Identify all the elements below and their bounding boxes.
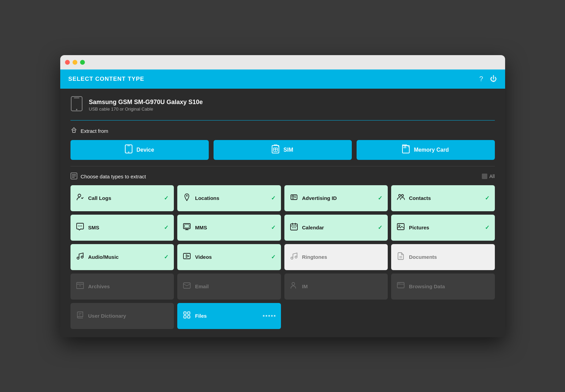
- card-im[interactable]: IM: [284, 274, 388, 300]
- svg-rect-62: [184, 316, 186, 318]
- svg-point-39: [295, 227, 295, 228]
- files-icon: [183, 311, 191, 321]
- sms-check: ✓: [164, 224, 168, 231]
- memory-card-btn-icon: [402, 144, 410, 155]
- close-button[interactable]: [65, 60, 70, 65]
- pictures-check: ✓: [485, 224, 489, 231]
- device-btn-icon: [125, 144, 132, 155]
- card-documents[interactable]: Documents: [391, 244, 495, 270]
- card-archives[interactable]: Archives: [70, 274, 174, 300]
- card-calendar[interactable]: Calendar ✓: [284, 215, 388, 241]
- sim-btn-label: SIM: [283, 147, 293, 153]
- choose-header: Choose data types to extract All: [70, 173, 495, 180]
- card-sms[interactable]: SMS ✓: [70, 215, 174, 241]
- svg-point-57: [399, 283, 400, 283]
- card-pictures[interactable]: Pictures ✓: [391, 215, 495, 241]
- email-icon: [183, 281, 191, 292]
- files-loading: [263, 315, 275, 317]
- card-contacts[interactable]: Contacts ✓: [391, 185, 495, 211]
- extract-label: Extract from: [81, 128, 108, 134]
- svg-point-28: [78, 225, 79, 226]
- svg-rect-21: [291, 195, 297, 200]
- advertising-id-label: Advertising ID: [302, 195, 374, 201]
- card-email[interactable]: Email: [177, 274, 281, 300]
- videos-icon: [183, 252, 191, 262]
- page-title: SELECT CONTENT TYPE: [68, 76, 144, 83]
- im-icon: [290, 281, 298, 292]
- all-checkbox[interactable]: All: [482, 174, 495, 179]
- main-window: SELECT CONTENT TYPE ? ⏻ Samsung GSM SM-G…: [60, 55, 505, 337]
- locations-icon: [183, 193, 191, 203]
- extract-icon: [70, 127, 77, 135]
- svg-point-43: [81, 256, 83, 258]
- svg-point-20: [186, 195, 188, 197]
- pictures-icon: [397, 223, 405, 233]
- choose-icon: [70, 173, 77, 180]
- device-button[interactable]: Device: [70, 140, 209, 160]
- power-icon[interactable]: ⏻: [490, 75, 497, 83]
- audio-music-icon: [76, 252, 84, 262]
- svg-rect-63: [188, 316, 190, 318]
- title-bar: [60, 55, 505, 69]
- mms-check: ✓: [271, 224, 275, 231]
- svg-rect-1: [74, 98, 79, 98]
- choose-text: Choose data types to extract: [81, 174, 146, 179]
- svg-point-38: [293, 227, 294, 228]
- svg-point-26: [399, 194, 401, 197]
- documents-label: Documents: [409, 254, 489, 260]
- svg-rect-60: [184, 312, 186, 314]
- svg-point-2: [76, 109, 77, 110]
- ringtones-label: Ringtones: [302, 254, 383, 260]
- locations-label: Locations: [195, 195, 267, 201]
- card-locations[interactable]: Locations ✓: [177, 185, 281, 211]
- advertising-id-check: ✓: [378, 195, 382, 201]
- email-label: Email: [195, 283, 275, 289]
- extract-buttons: Device SIM: [70, 140, 495, 160]
- svg-point-37: [292, 227, 293, 228]
- memory-card-button[interactable]: Memory Card: [357, 140, 495, 160]
- choose-label: Choose data types to extract: [70, 173, 146, 180]
- card-videos[interactable]: Videos ✓: [177, 244, 281, 270]
- data-types-grid: Call Logs ✓ Locations ✓: [70, 185, 495, 329]
- card-audio-music[interactable]: Audio/Music ✓: [70, 244, 174, 270]
- card-files[interactable]: Files: [177, 303, 281, 329]
- card-user-dictionary[interactable]: User Dictionary: [70, 303, 174, 329]
- card-advertising-id[interactable]: Advertising ID ✓: [284, 185, 388, 211]
- mid-divider: [70, 166, 495, 166]
- svg-marker-45: [186, 255, 189, 257]
- card-browsing-data[interactable]: Browsing Data: [391, 274, 495, 300]
- header-bar: SELECT CONTENT TYPE ? ⏻: [60, 69, 505, 89]
- all-checkbox-box[interactable]: [482, 174, 487, 179]
- archives-icon: [76, 281, 84, 292]
- minimize-button[interactable]: [73, 60, 77, 65]
- card-mms[interactable]: MMS ✓: [177, 215, 281, 241]
- card-ringtones[interactable]: Ringtones: [284, 244, 388, 270]
- all-label: All: [489, 174, 495, 179]
- svg-point-27: [401, 194, 403, 197]
- files-label: Files: [195, 313, 259, 319]
- svg-point-19: [78, 194, 81, 197]
- im-label: IM: [302, 283, 383, 289]
- header-icons: ? ⏻: [479, 75, 497, 83]
- device-name: Samsung GSM SM-G970U Galaxy S10e: [89, 99, 203, 106]
- help-icon[interactable]: ?: [479, 75, 483, 83]
- videos-check: ✓: [271, 254, 275, 260]
- card-call-logs[interactable]: Call Logs ✓: [70, 185, 174, 211]
- ringtones-icon: [290, 252, 298, 262]
- sim-button[interactable]: SIM: [214, 140, 352, 160]
- svg-rect-53: [183, 283, 190, 288]
- pictures-label: Pictures: [409, 225, 481, 230]
- svg-point-30: [81, 225, 81, 226]
- maximize-button[interactable]: [80, 60, 85, 65]
- svg-point-56: [398, 283, 399, 283]
- svg-point-54: [292, 282, 295, 285]
- browsing-data-label: Browsing Data: [409, 283, 489, 289]
- svg-point-6: [128, 152, 129, 153]
- call-logs-label: Call Logs: [88, 195, 160, 201]
- svg-rect-5: [127, 146, 130, 146]
- svg-point-42: [77, 257, 79, 259]
- device-connection: USB cable 170 or Original Cable: [89, 106, 203, 112]
- svg-rect-61: [188, 312, 190, 314]
- extract-section-label: Extract from: [70, 127, 495, 135]
- advertising-icon: [290, 193, 298, 203]
